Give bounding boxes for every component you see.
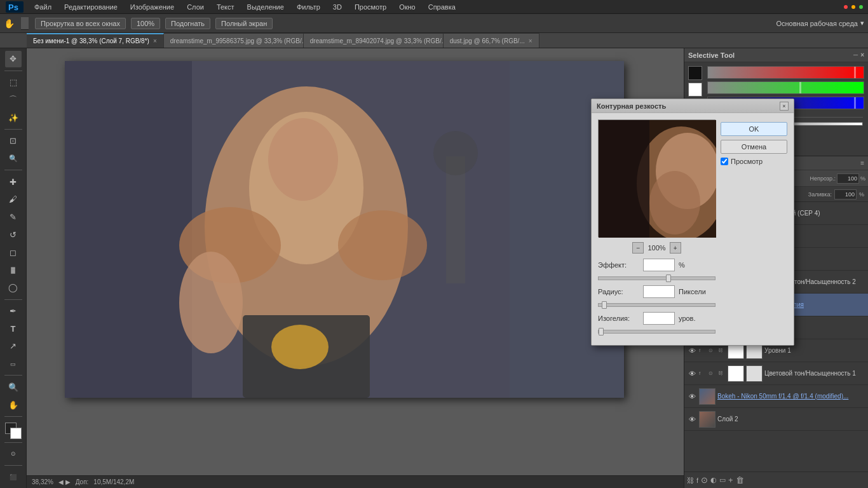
preview-zoom-out-btn[interactable]: − bbox=[632, 242, 644, 254]
layer-visibility-icon[interactable]: 👁 bbox=[687, 391, 697, 402]
dialog-titlebar[interactable]: Контурная резкость × bbox=[592, 99, 794, 113]
minimize-btn[interactable] bbox=[844, 5, 848, 9]
tool-gradient[interactable]: ▓ bbox=[5, 262, 22, 278]
tool-type[interactable]: T bbox=[5, 320, 22, 337]
tool-quick-mask[interactable]: ⊙ bbox=[5, 446, 22, 463]
delete-layer-icon[interactable]: 🗑 bbox=[736, 475, 744, 485]
adjustment-layer-icon[interactable]: ◐ bbox=[710, 476, 717, 484]
radius-slider[interactable] bbox=[598, 303, 715, 307]
tool-separator-4 bbox=[4, 299, 22, 300]
effect-slider[interactable] bbox=[598, 276, 715, 280]
tool-dodge[interactable]: ◯ bbox=[5, 280, 22, 296]
close-btn[interactable] bbox=[859, 5, 863, 9]
tool-zoom[interactable]: 🔍 bbox=[5, 379, 22, 395]
tool-heal[interactable]: ✚ bbox=[5, 173, 22, 190]
dialog-preview-checkbox[interactable] bbox=[721, 158, 728, 165]
canvas-area: 38,32% ◀ ▶ Доп: 10,5M/142,2M bbox=[27, 48, 684, 488]
dialog-cancel-button[interactable]: Отмена bbox=[721, 140, 787, 154]
tool-history[interactable]: ↺ bbox=[5, 227, 22, 243]
tool-hand[interactable]: ✋ bbox=[5, 396, 22, 413]
tool-path-select[interactable]: ↗ bbox=[5, 338, 22, 355]
menu-text[interactable]: Текст bbox=[214, 2, 237, 12]
selective-panel-title: Selective Tool bbox=[688, 51, 735, 59]
tool-separator-5 bbox=[4, 375, 22, 376]
canvas[interactable] bbox=[65, 61, 624, 398]
menu-window[interactable]: Окно bbox=[397, 2, 418, 12]
radius-slider-thumb[interactable] bbox=[602, 301, 607, 309]
workspace-label: Основная рабочая среда bbox=[776, 20, 858, 27]
layer-visibility-icon[interactable]: 👁 bbox=[687, 414, 697, 424]
color-swatches[interactable] bbox=[5, 423, 22, 439]
left-toolbar: ✥ ⬚ ⌒ ✨ ⊡ 🔍 ✚ 🖌 ✎ ↺ ◻ ▓ ◯ ✒ T ↗ ▭ 🔍 ✋ ⊙ … bbox=[0, 48, 27, 488]
menu-3d[interactable]: 3D bbox=[330, 2, 344, 12]
threshold-input[interactable]: 0 bbox=[643, 312, 675, 325]
fit-btn[interactable]: Подогнать bbox=[165, 18, 210, 29]
layer-row[interactable]: 👁 f ⊙ ⛓ Цветовой тон/Насыщенность 1 bbox=[684, 362, 868, 385]
menu-edit[interactable]: Редактирование bbox=[62, 2, 120, 12]
threshold-row: Изогелия: 0 уров. bbox=[598, 312, 715, 325]
tool-eyedropper[interactable]: 🔍 bbox=[5, 151, 22, 167]
selective-panel-header: Selective Tool ─ × bbox=[684, 48, 868, 62]
layer-row[interactable]: 👁 Слой 2 bbox=[684, 408, 868, 431]
tool-lasso[interactable]: ⌒ bbox=[5, 92, 22, 108]
add-layer-style-icon[interactable]: f bbox=[696, 477, 698, 484]
tab-1[interactable]: Без имени-1 @ 38,3% (Слой 7, RGB/8*) × bbox=[27, 33, 164, 48]
threshold-slider[interactable] bbox=[598, 330, 715, 334]
tool-move[interactable]: ✥ bbox=[5, 51, 22, 67]
menu-layers[interactable]: Слои bbox=[184, 2, 207, 12]
menu-view[interactable]: Просмотр bbox=[352, 2, 389, 12]
color-preview[interactable] bbox=[688, 66, 702, 80]
menu-help[interactable]: Справка bbox=[426, 2, 458, 12]
tab-4-close-icon[interactable]: × bbox=[529, 37, 532, 44]
opacity-input[interactable] bbox=[837, 173, 859, 184]
tool-clone[interactable]: ✎ bbox=[5, 209, 22, 226]
effect-input[interactable]: 90 bbox=[643, 259, 675, 271]
unsharp-mask-dialog[interactable]: Контурная резкость × bbox=[591, 98, 794, 346]
r-color-bar[interactable] bbox=[707, 66, 864, 79]
tool-brush[interactable]: 🖌 bbox=[5, 191, 22, 208]
restore-btn[interactable] bbox=[851, 5, 855, 9]
menu-filter[interactable]: Фильтр bbox=[294, 2, 323, 12]
zoom-btn[interactable]: 100% bbox=[131, 18, 160, 29]
canvas-svg bbox=[65, 61, 624, 398]
menu-file[interactable]: Файл bbox=[32, 2, 54, 12]
dialog-close-button[interactable]: × bbox=[780, 102, 789, 111]
threshold-slider-thumb[interactable] bbox=[599, 328, 604, 336]
g-color-bar[interactable] bbox=[707, 81, 864, 94]
tool-marquee[interactable]: ⬚ bbox=[5, 74, 22, 91]
preview-zoom-in-btn[interactable]: + bbox=[670, 242, 681, 254]
fill-input[interactable] bbox=[834, 189, 857, 200]
layer-visibility-icon[interactable]: 👁 bbox=[687, 346, 697, 356]
layer-row[interactable]: 👁 Bokeh - Nikon 50mm f/1.4 @ f/1.4 (modi… bbox=[684, 385, 868, 408]
dialog-preview-image[interactable] bbox=[598, 119, 715, 237]
tool-eraser[interactable]: ◻ bbox=[5, 244, 22, 261]
preview-svg bbox=[599, 120, 716, 238]
effect-slider-thumb[interactable] bbox=[666, 274, 671, 282]
tool-shape[interactable]: ▭ bbox=[5, 356, 22, 372]
tab-3[interactable]: dreamstime_m_89402074.jpg @ 33,3% (RGB/.… bbox=[304, 33, 444, 48]
menu-image[interactable]: Изображение bbox=[128, 2, 177, 12]
new-layer-icon[interactable]: + bbox=[728, 475, 733, 485]
link-layers-icon[interactable]: ⛓ bbox=[687, 477, 694, 484]
tab-4[interactable]: dust.jpg @ 66,7% (RGB/... × bbox=[444, 33, 539, 48]
tool-screen-mode[interactable]: ⬛ bbox=[5, 469, 22, 485]
layer-visibility-icon[interactable]: 👁 bbox=[687, 369, 697, 379]
tab-1-label: Без имени-1 @ 38,3% (Слой 7, RGB/8*) bbox=[33, 37, 149, 44]
layers-header-icons: ≡ bbox=[860, 159, 864, 166]
panel-close-icon[interactable]: × bbox=[860, 51, 864, 58]
panel-collapse-icon[interactable]: ─ bbox=[853, 51, 858, 58]
tab-1-close-icon[interactable]: × bbox=[153, 37, 157, 44]
add-mask-icon[interactable]: ⊙ bbox=[701, 475, 708, 485]
layers-menu-icon[interactable]: ≡ bbox=[860, 159, 864, 166]
tool-crop[interactable]: ⊡ bbox=[5, 133, 22, 149]
fullscreen-btn[interactable]: Полный экран bbox=[215, 18, 273, 29]
tool-wand[interactable]: ✨ bbox=[5, 109, 22, 126]
background-color[interactable] bbox=[10, 428, 22, 439]
radius-input[interactable]: 1,2 bbox=[643, 285, 675, 298]
scroll-all-btn[interactable]: Прокрутка во всех окнах bbox=[35, 18, 126, 29]
tool-pen[interactable]: ✒ bbox=[5, 302, 22, 319]
group-layers-icon[interactable]: ▭ bbox=[719, 476, 726, 484]
menu-select[interactable]: Выделение bbox=[245, 2, 287, 12]
tab-2[interactable]: dreamstime_m_99586375.jpg @ 33,3% (RGB/.… bbox=[164, 33, 304, 48]
dialog-ok-button[interactable]: OK bbox=[721, 122, 787, 136]
